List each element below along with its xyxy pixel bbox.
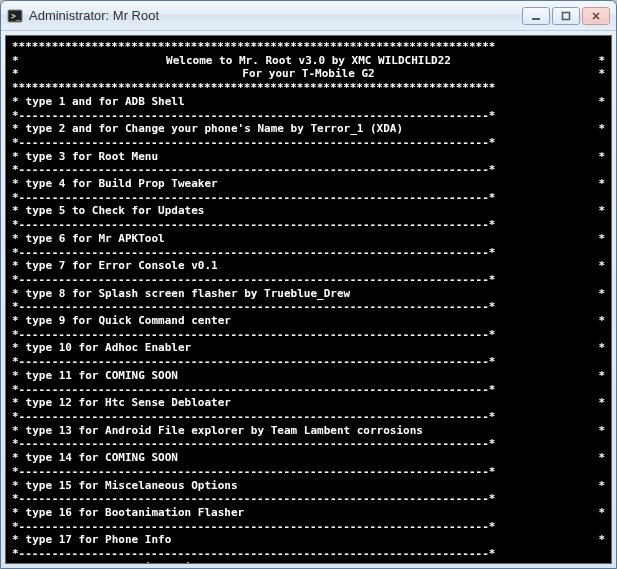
menu-item-10: * type 10 for Adhoc Enabler* xyxy=(12,341,605,355)
menu-item-14: * type 14 for COMING SOON* xyxy=(12,451,605,465)
console-output[interactable]: ****************************************… xyxy=(5,35,612,564)
menu-item-15: * type 15 for Miscelaneous Options* xyxy=(12,479,605,493)
maximize-button[interactable] xyxy=(552,7,580,25)
menu-item-5: * type 5 to Check for Updates* xyxy=(12,204,605,218)
minimize-button[interactable] xyxy=(522,7,550,25)
svg-rect-3 xyxy=(563,12,570,19)
menu-item-6: * type 6 for Mr APKTool* xyxy=(12,232,605,246)
window-controls xyxy=(522,7,610,25)
menu-item-1: * type 1 and for ADB Shell* xyxy=(12,95,605,109)
menu-item-3: * type 3 for Root Menu* xyxy=(12,150,605,164)
window-title: Administrator: Mr Root xyxy=(29,8,522,23)
titlebar[interactable]: >_ Administrator: Mr Root xyxy=(1,1,616,31)
menu-item-16: * type 16 for Bootanimation Flasher* xyxy=(12,506,605,520)
menu-item-12: * type 12 for Htc Sense Debloater* xyxy=(12,396,605,410)
menu-item-9: * type 9 for Quick Command center* xyxy=(12,314,605,328)
menu-item-7: * type 7 for Error Console v0.1* xyxy=(12,259,605,273)
menu-item-11: * type 11 for COMING SOON* xyxy=(12,369,605,383)
svg-rect-2 xyxy=(532,18,540,20)
menu-item-8: * type 8 for Splash screen flasher by Tr… xyxy=(12,287,605,301)
menu-item-4: * type 4 for Build Prop Tweaker* xyxy=(12,177,605,191)
svg-text:>_: >_ xyxy=(11,12,21,21)
console-header-line: *Welcome to Mr. Root v3.0 by XMC WILDCHI… xyxy=(12,54,605,68)
menu-item-17: * type 17 for Phone Info* xyxy=(12,533,605,547)
app-window: >_ Administrator: Mr Root **************… xyxy=(0,0,617,569)
close-button[interactable] xyxy=(582,7,610,25)
console-header-line: *For your T-Mobile G2* xyxy=(12,67,605,81)
menu-item-18: * type 18 for Cosmetic Options* xyxy=(12,561,605,564)
console-icon: >_ xyxy=(7,8,23,24)
menu-item-2: * type 2 and for Change your phone's Nam… xyxy=(12,122,605,136)
menu-item-13: * type 13 for Android File explorer by T… xyxy=(12,424,605,438)
